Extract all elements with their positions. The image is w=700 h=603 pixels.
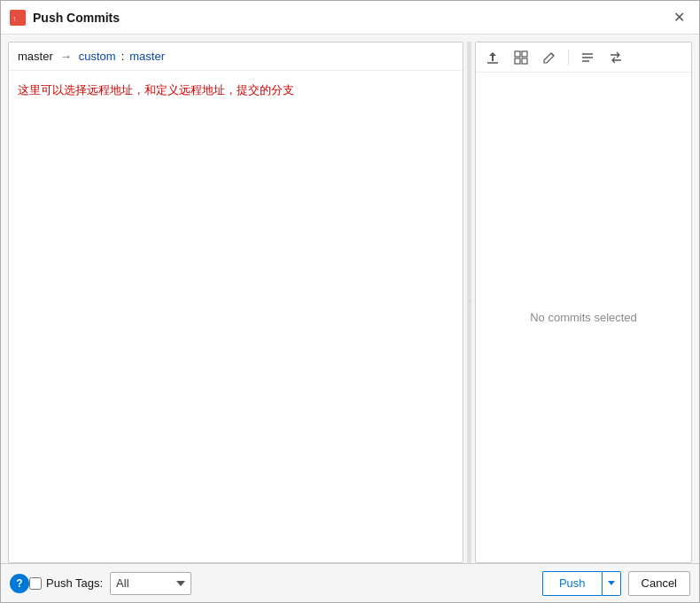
push-tags-section: Push Tags: All None Annotated bbox=[29, 572, 191, 595]
chevron-down-icon bbox=[608, 581, 615, 585]
right-panel: No commits selected bbox=[475, 42, 692, 563]
cancel-button[interactable]: Cancel bbox=[628, 571, 690, 596]
branch-header: master → custom : master bbox=[9, 43, 463, 71]
push-button-toolbar[interactable] bbox=[481, 48, 504, 67]
help-button[interactable]: ? bbox=[10, 574, 29, 593]
toolbar-divider bbox=[568, 50, 569, 66]
push-tags-checkbox[interactable] bbox=[29, 577, 42, 590]
grid-icon bbox=[514, 50, 528, 65]
push-tags-label[interactable]: Push Tags: bbox=[29, 576, 103, 590]
push-dropdown-button[interactable] bbox=[602, 571, 621, 596]
tags-select[interactable]: All None Annotated bbox=[110, 572, 191, 595]
align-icon bbox=[580, 50, 595, 65]
panel-splitter[interactable]: ⋮ bbox=[467, 42, 471, 563]
app-icon: ↑ bbox=[10, 10, 26, 26]
close-button[interactable]: ✕ bbox=[668, 7, 690, 27]
push-tags-area: ? bbox=[10, 574, 29, 593]
no-commits-label: No commits selected bbox=[530, 311, 637, 324]
edit-button[interactable] bbox=[538, 48, 561, 67]
branch-arrow: → bbox=[60, 50, 72, 63]
push-button-group: Push bbox=[542, 571, 621, 596]
svg-rect-3 bbox=[515, 51, 520, 57]
buttons-area: Push Cancel bbox=[542, 571, 690, 596]
grid-view-button[interactable] bbox=[509, 48, 533, 67]
edit-icon bbox=[542, 50, 556, 65]
target-branch: master bbox=[129, 50, 165, 63]
push-icon bbox=[486, 50, 500, 65]
align-button[interactable] bbox=[576, 48, 599, 67]
main-content: master → custom : master 这里可以选择远程地址，和定义远… bbox=[1, 35, 699, 563]
right-toolbar bbox=[476, 43, 691, 73]
svg-rect-6 bbox=[522, 58, 527, 64]
hint-text: 这里可以选择远程地址，和定义远程地址，提交的分支 bbox=[9, 71, 463, 110]
title-bar: ↑ Push Commits ✕ bbox=[1, 1, 699, 35]
svg-rect-5 bbox=[515, 58, 520, 64]
svg-text:↑: ↑ bbox=[12, 14, 17, 23]
swap-button[interactable] bbox=[604, 48, 627, 67]
push-commits-dialog: ↑ Push Commits ✕ master → custom : maste… bbox=[0, 0, 700, 603]
right-body: No commits selected bbox=[476, 73, 691, 562]
tags-dropdown: All None Annotated bbox=[110, 572, 191, 595]
left-panel: master → custom : master 这里可以选择远程地址，和定义远… bbox=[8, 42, 463, 563]
branch-colon: : bbox=[121, 50, 125, 63]
local-branch: master bbox=[18, 50, 53, 63]
remote-label: custom bbox=[79, 50, 116, 63]
svg-rect-4 bbox=[522, 51, 527, 57]
swap-icon bbox=[609, 50, 623, 65]
push-main-button[interactable]: Push bbox=[542, 571, 602, 596]
bottom-bar: ? Push Tags: All None Annotated bbox=[1, 563, 699, 602]
dialog-title: Push Commits bbox=[33, 11, 120, 25]
title-bar-left: ↑ Push Commits bbox=[10, 10, 120, 26]
